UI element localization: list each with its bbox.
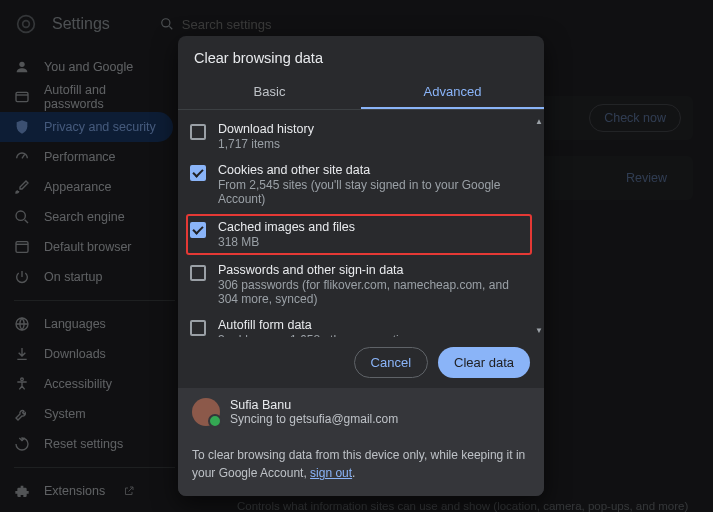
option-title: Autofill form data [218, 318, 418, 332]
option-title: Download history [218, 122, 314, 136]
dialog-tabs: Basic Advanced [178, 76, 544, 109]
option-passwords-and-other-sign-in-data[interactable]: Passwords and other sign-in data306 pass… [188, 257, 530, 312]
clear-browsing-data-dialog: Clear browsing data Basic Advanced Downl… [178, 36, 544, 496]
dialog-footnote: To clear browsing data from this device … [178, 436, 544, 496]
foot-text: To clear browsing data from this device … [192, 448, 525, 480]
account-sync: Syncing to getsufia@gmail.com [230, 412, 398, 426]
checkbox[interactable] [190, 265, 206, 281]
tab-basic[interactable]: Basic [178, 76, 361, 109]
option-title: Cached images and files [218, 220, 355, 234]
option-title: Cookies and other site data [218, 163, 528, 177]
option-subtitle: 318 MB [218, 235, 355, 249]
checkbox[interactable] [190, 320, 206, 336]
options-list: Download history1,717 itemsCookies and o… [178, 110, 544, 337]
avatar [192, 398, 220, 426]
account-section: Sufia Banu Syncing to getsufia@gmail.com [178, 388, 544, 436]
scroll-down-icon[interactable]: ▼ [534, 325, 544, 337]
checkbox[interactable] [190, 222, 206, 238]
option-subtitle: 306 passwords (for flikover.com, nameche… [218, 278, 528, 306]
dialog-title: Clear browsing data [178, 36, 544, 76]
scroll-up-icon[interactable]: ▲ [534, 116, 544, 128]
account-name: Sufia Banu [230, 398, 398, 412]
option-subtitle: From 2,545 sites (you'll stay signed in … [218, 178, 528, 206]
option-cookies-and-other-site-data[interactable]: Cookies and other site dataFrom 2,545 si… [188, 157, 530, 212]
clear-data-button[interactable]: Clear data [438, 347, 530, 378]
option-download-history[interactable]: Download history1,717 items [188, 116, 530, 157]
checkbox[interactable] [190, 165, 206, 181]
option-subtitle: 3 addresses, 1,658 other suggestions [218, 333, 418, 337]
checkbox[interactable] [190, 124, 206, 140]
scrollbar[interactable]: ▲ ▼ [534, 116, 544, 337]
option-title: Passwords and other sign-in data [218, 263, 528, 277]
sign-out-link[interactable]: sign out [310, 466, 352, 480]
cancel-button[interactable]: Cancel [354, 347, 428, 378]
option-subtitle: 1,717 items [218, 137, 314, 151]
option-cached-images-and-files[interactable]: Cached images and files318 MB [186, 214, 532, 255]
tab-advanced[interactable]: Advanced [361, 76, 544, 109]
option-autofill-form-data[interactable]: Autofill form data3 addresses, 1,658 oth… [188, 312, 530, 337]
dialog-buttons: Cancel Clear data [178, 337, 544, 388]
